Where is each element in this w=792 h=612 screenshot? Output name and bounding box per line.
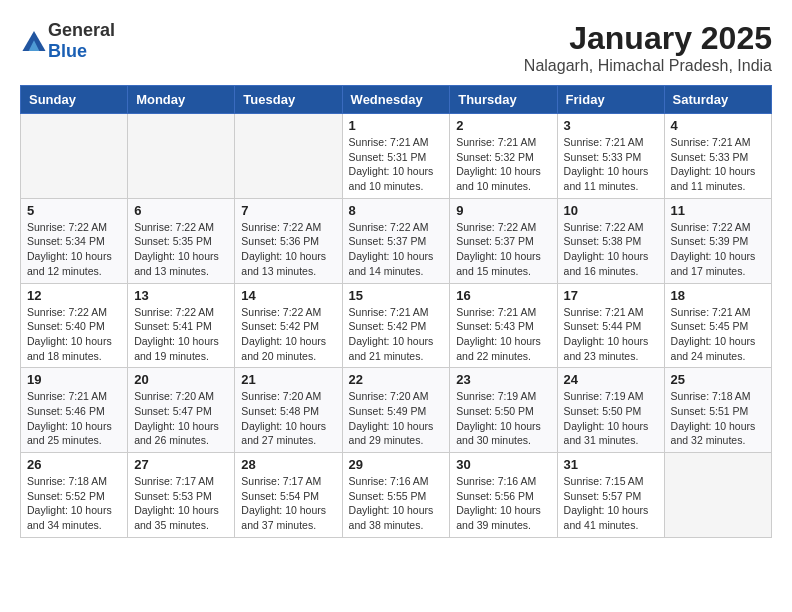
calendar-cell: 20Sunrise: 7:20 AM Sunset: 5:47 PM Dayli… [128,368,235,453]
calendar-cell: 7Sunrise: 7:22 AM Sunset: 5:36 PM Daylig… [235,198,342,283]
calendar-cell: 18Sunrise: 7:21 AM Sunset: 5:45 PM Dayli… [664,283,771,368]
day-number: 30 [456,457,550,472]
calendar-cell: 28Sunrise: 7:17 AM Sunset: 5:54 PM Dayli… [235,453,342,538]
calendar-cell: 8Sunrise: 7:22 AM Sunset: 5:37 PM Daylig… [342,198,450,283]
day-number: 8 [349,203,444,218]
day-number: 21 [241,372,335,387]
day-number: 28 [241,457,335,472]
day-info: Sunrise: 7:21 AM Sunset: 5:33 PM Dayligh… [671,135,765,194]
weekday-header-friday: Friday [557,86,664,114]
day-info: Sunrise: 7:15 AM Sunset: 5:57 PM Dayligh… [564,474,658,533]
calendar-week-1: 1Sunrise: 7:21 AM Sunset: 5:31 PM Daylig… [21,114,772,199]
calendar-cell: 13Sunrise: 7:22 AM Sunset: 5:41 PM Dayli… [128,283,235,368]
day-number: 18 [671,288,765,303]
day-info: Sunrise: 7:21 AM Sunset: 5:44 PM Dayligh… [564,305,658,364]
day-number: 31 [564,457,658,472]
day-number: 5 [27,203,121,218]
calendar-cell [128,114,235,199]
day-number: 1 [349,118,444,133]
day-number: 7 [241,203,335,218]
calendar-cell: 10Sunrise: 7:22 AM Sunset: 5:38 PM Dayli… [557,198,664,283]
day-number: 11 [671,203,765,218]
day-number: 19 [27,372,121,387]
calendar-cell: 6Sunrise: 7:22 AM Sunset: 5:35 PM Daylig… [128,198,235,283]
calendar-cell: 16Sunrise: 7:21 AM Sunset: 5:43 PM Dayli… [450,283,557,368]
location-title: Nalagarh, Himachal Pradesh, India [524,57,772,75]
day-info: Sunrise: 7:19 AM Sunset: 5:50 PM Dayligh… [564,389,658,448]
calendar-cell: 5Sunrise: 7:22 AM Sunset: 5:34 PM Daylig… [21,198,128,283]
day-number: 6 [134,203,228,218]
day-number: 26 [27,457,121,472]
day-info: Sunrise: 7:19 AM Sunset: 5:50 PM Dayligh… [456,389,550,448]
calendar-cell: 11Sunrise: 7:22 AM Sunset: 5:39 PM Dayli… [664,198,771,283]
day-info: Sunrise: 7:22 AM Sunset: 5:41 PM Dayligh… [134,305,228,364]
calendar-cell: 17Sunrise: 7:21 AM Sunset: 5:44 PM Dayli… [557,283,664,368]
weekday-header-saturday: Saturday [664,86,771,114]
day-info: Sunrise: 7:21 AM Sunset: 5:32 PM Dayligh… [456,135,550,194]
day-number: 14 [241,288,335,303]
calendar-cell: 2Sunrise: 7:21 AM Sunset: 5:32 PM Daylig… [450,114,557,199]
weekday-header-sunday: Sunday [21,86,128,114]
calendar-week-3: 12Sunrise: 7:22 AM Sunset: 5:40 PM Dayli… [21,283,772,368]
logo-blue: Blue [48,41,87,61]
day-number: 2 [456,118,550,133]
calendar-cell: 14Sunrise: 7:22 AM Sunset: 5:42 PM Dayli… [235,283,342,368]
calendar-table: SundayMondayTuesdayWednesdayThursdayFrid… [20,85,772,538]
calendar-cell: 30Sunrise: 7:16 AM Sunset: 5:56 PM Dayli… [450,453,557,538]
day-number: 12 [27,288,121,303]
calendar-cell [21,114,128,199]
day-info: Sunrise: 7:17 AM Sunset: 5:54 PM Dayligh… [241,474,335,533]
calendar-week-2: 5Sunrise: 7:22 AM Sunset: 5:34 PM Daylig… [21,198,772,283]
day-info: Sunrise: 7:18 AM Sunset: 5:52 PM Dayligh… [27,474,121,533]
day-number: 29 [349,457,444,472]
calendar-cell: 22Sunrise: 7:20 AM Sunset: 5:49 PM Dayli… [342,368,450,453]
day-info: Sunrise: 7:22 AM Sunset: 5:34 PM Dayligh… [27,220,121,279]
calendar-cell: 24Sunrise: 7:19 AM Sunset: 5:50 PM Dayli… [557,368,664,453]
weekday-header-tuesday: Tuesday [235,86,342,114]
calendar-cell: 23Sunrise: 7:19 AM Sunset: 5:50 PM Dayli… [450,368,557,453]
weekday-header-monday: Monday [128,86,235,114]
calendar-week-4: 19Sunrise: 7:21 AM Sunset: 5:46 PM Dayli… [21,368,772,453]
calendar-cell: 15Sunrise: 7:21 AM Sunset: 5:42 PM Dayli… [342,283,450,368]
logo-general: General [48,20,115,40]
day-info: Sunrise: 7:21 AM Sunset: 5:45 PM Dayligh… [671,305,765,364]
day-info: Sunrise: 7:21 AM Sunset: 5:46 PM Dayligh… [27,389,121,448]
page-header: General Blue January 2025 Nalagarh, Hima… [20,20,772,75]
calendar-cell [235,114,342,199]
day-number: 17 [564,288,658,303]
day-number: 27 [134,457,228,472]
logo: General Blue [20,20,115,62]
day-info: Sunrise: 7:22 AM Sunset: 5:38 PM Dayligh… [564,220,658,279]
day-info: Sunrise: 7:22 AM Sunset: 5:37 PM Dayligh… [349,220,444,279]
day-info: Sunrise: 7:22 AM Sunset: 5:37 PM Dayligh… [456,220,550,279]
calendar-cell: 12Sunrise: 7:22 AM Sunset: 5:40 PM Dayli… [21,283,128,368]
day-number: 20 [134,372,228,387]
day-number: 24 [564,372,658,387]
day-number: 9 [456,203,550,218]
calendar-cell: 25Sunrise: 7:18 AM Sunset: 5:51 PM Dayli… [664,368,771,453]
day-number: 13 [134,288,228,303]
day-number: 3 [564,118,658,133]
calendar-cell: 27Sunrise: 7:17 AM Sunset: 5:53 PM Dayli… [128,453,235,538]
day-info: Sunrise: 7:20 AM Sunset: 5:47 PM Dayligh… [134,389,228,448]
day-number: 25 [671,372,765,387]
calendar-cell: 26Sunrise: 7:18 AM Sunset: 5:52 PM Dayli… [21,453,128,538]
calendar-cell: 31Sunrise: 7:15 AM Sunset: 5:57 PM Dayli… [557,453,664,538]
day-info: Sunrise: 7:21 AM Sunset: 5:43 PM Dayligh… [456,305,550,364]
day-number: 23 [456,372,550,387]
weekday-header-thursday: Thursday [450,86,557,114]
day-info: Sunrise: 7:22 AM Sunset: 5:39 PM Dayligh… [671,220,765,279]
calendar-cell: 9Sunrise: 7:22 AM Sunset: 5:37 PM Daylig… [450,198,557,283]
calendar-cell: 4Sunrise: 7:21 AM Sunset: 5:33 PM Daylig… [664,114,771,199]
day-info: Sunrise: 7:22 AM Sunset: 5:35 PM Dayligh… [134,220,228,279]
calendar-cell [664,453,771,538]
day-number: 16 [456,288,550,303]
day-info: Sunrise: 7:21 AM Sunset: 5:33 PM Dayligh… [564,135,658,194]
day-info: Sunrise: 7:22 AM Sunset: 5:36 PM Dayligh… [241,220,335,279]
day-info: Sunrise: 7:16 AM Sunset: 5:56 PM Dayligh… [456,474,550,533]
day-info: Sunrise: 7:22 AM Sunset: 5:42 PM Dayligh… [241,305,335,364]
day-number: 4 [671,118,765,133]
day-info: Sunrise: 7:16 AM Sunset: 5:55 PM Dayligh… [349,474,444,533]
day-number: 15 [349,288,444,303]
logo-icon [22,31,46,51]
